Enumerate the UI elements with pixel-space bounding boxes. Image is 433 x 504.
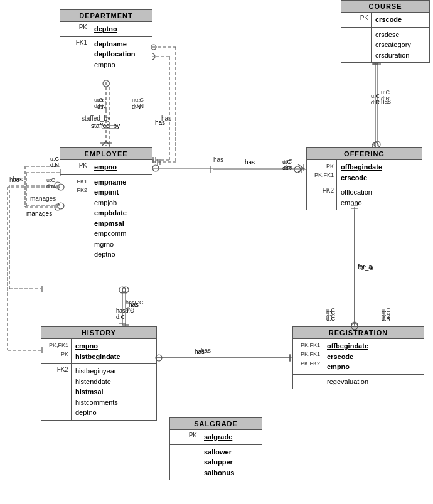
dept-attrs: deptname deptlocation empno (90, 37, 139, 72)
constraint-hasu: hasu:C (116, 308, 134, 314)
sal-pk-label: PK (170, 430, 200, 444)
constraint-uc7: u:C (371, 93, 380, 99)
sal-pk-attrs: salgrade (200, 430, 236, 444)
svg-point-21 (294, 166, 301, 173)
svg-point-91 (374, 141, 380, 147)
salgrade-title: SALGRADE (170, 418, 262, 430)
svg-text:d:N: d:N (46, 183, 55, 190)
entity-salgrade: SALGRADE PK salgrade sallower salupper s… (169, 417, 262, 480)
hist-pk-label: PK,FK1PK (41, 339, 72, 363)
hist-fk-label: FK2 (41, 364, 72, 420)
emp-attrs: empname empinit empjob empbdate empmsal … (90, 175, 131, 262)
constraint-uc2: u:C (132, 97, 141, 104)
emp-pk-label: PK (60, 160, 90, 174)
label-staffed-by: staffed_by (91, 122, 120, 129)
svg-line-61 (298, 168, 304, 172)
label-has-emp-off: has (245, 159, 255, 166)
off-attrs: offlocation empno (337, 185, 376, 210)
department-title: DEPARTMENT (60, 10, 152, 22)
svg-text:manages: manages (30, 195, 56, 202)
course-pk-attrs: crscode (372, 13, 405, 27)
constraint-uc1: u:C (97, 97, 106, 104)
off-fk-label: FK2 (307, 185, 337, 210)
constraint-dr7: d:R (371, 99, 380, 105)
emp-pk-attrs: empno (90, 160, 120, 174)
constraint-dc5: d:C (326, 316, 335, 322)
svg-line-43 (106, 141, 110, 146)
course-title: COURSE (341, 1, 429, 13)
constraint-dr3: d:R (282, 165, 291, 171)
employee-title: EMPLOYEE (60, 148, 152, 160)
svg-point-80 (119, 287, 126, 293)
svg-point-27 (122, 287, 129, 293)
history-title: HISTORY (41, 327, 156, 339)
entity-history: HISTORY PK,FK1PK empno histbegindate FK2… (41, 326, 157, 421)
erd-diagram: staffed_by has has has has for_a has man… (0, 0, 433, 504)
svg-line-60 (298, 164, 304, 168)
svg-text:has: has (381, 98, 391, 105)
constraint-dn2: d:N (132, 104, 141, 110)
off-pk-attrs: offbegindate crscode (337, 160, 386, 185)
svg-text:u:C: u:C (381, 89, 390, 95)
svg-text:d:R: d:R (381, 95, 390, 102)
dept-pk-attrs: deptno (90, 22, 121, 36)
entity-offering: OFFERING PKPK,FK1 offbegindate crscode F… (306, 147, 422, 210)
svg-text:staffed_by: staffed_by (82, 115, 110, 122)
svg-point-58 (152, 165, 159, 171)
hist-attrs: histbeginyear histenddate histmsal histc… (72, 364, 122, 420)
constraint-uc6: u:C (382, 309, 390, 316)
entity-employee: EMPLOYEE PK empno FK1FK2 empname empinit… (60, 147, 152, 262)
course-pk-label: PK (341, 13, 372, 27)
label-has-left: has (13, 176, 23, 183)
constraint-uc4: u:C (50, 156, 59, 162)
constraint-hasd: d:C (116, 314, 125, 320)
sal-attrs: sallower salupper salbonus (200, 445, 238, 480)
constraint-uc3: u:C (282, 159, 291, 165)
label-manages: manages (26, 210, 52, 217)
registration-title: REGISTRATION (293, 327, 424, 339)
svg-text:has: has (213, 156, 223, 163)
sal-empty-label (170, 445, 200, 480)
svg-point-40 (103, 80, 109, 87)
entity-department: DEPARTMENT PK deptno FK1 deptname deptlo… (60, 9, 152, 72)
constraint-dr6: d:R (382, 316, 390, 322)
reg-pk-attrs: offbegindate crscode empno (323, 339, 372, 374)
label-has-dept: has (155, 119, 165, 126)
label-has-hist-reg: has (195, 348, 205, 355)
reg-attrs: regevaluation (323, 375, 372, 389)
svg-text:u:C: u:C (46, 177, 56, 183)
constraint-uc5: u:C (326, 309, 335, 316)
course-empty-label (341, 28, 372, 63)
reg-empty-label (293, 375, 323, 389)
entity-course: COURSE PK crscode crsdesc crscategory cr… (341, 0, 430, 63)
dept-fk-label: FK1 (60, 37, 90, 72)
entity-registration: REGISTRATION PK,FK1PK,FK1PK,FK2 offbegin… (292, 326, 424, 389)
svg-line-42 (102, 141, 106, 146)
course-attrs: crsdesc crscategory crsduration (372, 28, 415, 63)
label-for-a: for_a (358, 264, 372, 271)
constraint-dn4: d:N (50, 162, 59, 168)
hist-pk-attrs: empno histbegindate (72, 339, 124, 363)
reg-pk-label: PK,FK1PK,FK1PK,FK2 (293, 339, 323, 374)
constraint-dn1: d:N (97, 104, 106, 110)
offering-title: OFFERING (307, 148, 422, 160)
emp-fk-label: FK1FK2 (60, 175, 90, 262)
off-pk-label: PKPK,FK1 (307, 160, 337, 185)
dept-pk-label: PK (60, 22, 90, 36)
